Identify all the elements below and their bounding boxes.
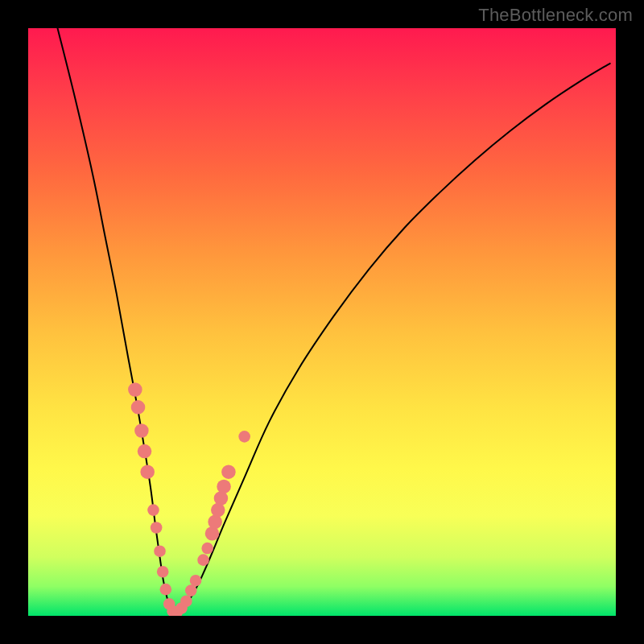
highlight-points <box>28 28 616 616</box>
data-point <box>217 480 231 494</box>
data-point <box>128 382 142 397</box>
data-point <box>180 595 192 607</box>
data-point <box>147 504 159 516</box>
data-point <box>238 431 250 443</box>
data-point <box>190 575 202 587</box>
data-point <box>160 584 172 596</box>
data-point <box>211 503 225 518</box>
data-point <box>138 444 152 459</box>
data-point <box>131 400 146 415</box>
data-point <box>208 514 222 529</box>
watermark-text: TheBottleneck.com <box>478 5 633 26</box>
data-point <box>201 543 213 555</box>
data-point <box>197 554 209 566</box>
data-point <box>134 423 149 438</box>
data-point <box>154 545 166 557</box>
data-point <box>185 584 197 597</box>
data-point <box>205 526 220 541</box>
data-point <box>151 522 163 534</box>
data-point <box>221 464 236 479</box>
data-point <box>140 464 155 479</box>
data-point <box>157 566 169 578</box>
chart-stage: TheBottleneck.com <box>0 0 644 644</box>
data-point <box>214 491 229 506</box>
plot-area <box>28 28 616 616</box>
